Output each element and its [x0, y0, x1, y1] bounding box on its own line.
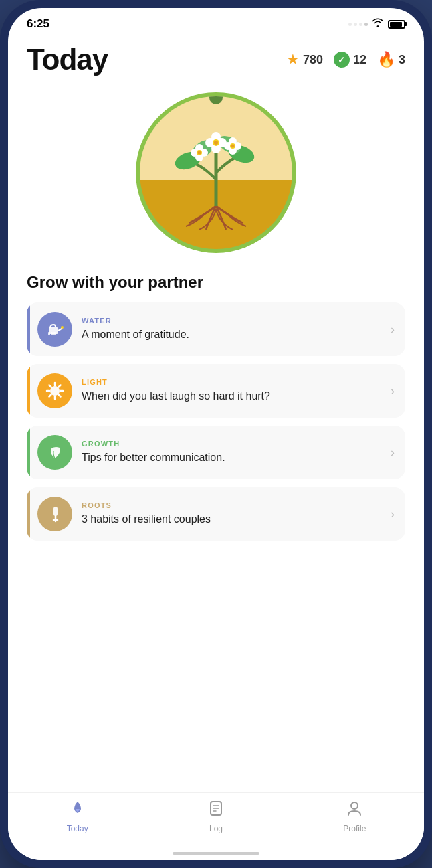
svg-point-26: [231, 145, 235, 148]
growth-card-icon-wrap: [37, 435, 72, 470]
checks-stat: ✓ 12: [334, 52, 366, 68]
light-category: LIGHT: [82, 378, 381, 386]
wifi-icon: [372, 18, 384, 30]
roots-card-body: ROOTS 3 habits of resilient couples: [82, 501, 381, 527]
svg-rect-31: [53, 332, 56, 335]
svg-line-38: [59, 395, 61, 397]
svg-line-39: [59, 385, 61, 387]
water-card-body: WATER A moment of gratitude.: [82, 317, 381, 342]
nav-today[interactable]: Today: [8, 800, 146, 833]
phone-frame: 6:25: [0, 0, 432, 868]
profile-nav-label: Profile: [343, 824, 366, 833]
growth-card-body: GROWTH Tips for better communication.: [82, 440, 381, 465]
light-card-body: LIGHT When did you last laugh so hard it…: [82, 378, 381, 404]
svg-point-48: [351, 802, 358, 809]
svg-point-19: [198, 151, 201, 155]
signal-icon: [348, 23, 368, 26]
growth-category: GROWTH: [82, 440, 381, 448]
nav-log[interactable]: Log: [146, 800, 285, 833]
growth-text: Tips for better communication.: [82, 450, 381, 465]
check-icon: ✓: [334, 52, 350, 68]
status-icons: [348, 18, 405, 30]
checks-value: 12: [353, 53, 366, 67]
plant-circle-dot: [209, 92, 223, 104]
growth-chevron-icon: ›: [391, 446, 395, 460]
star-icon: ★: [286, 51, 300, 68]
light-text: When did you last laugh so hard it hurt?: [82, 389, 381, 404]
water-text: A moment of gratitude.: [82, 327, 381, 342]
flame-icon: 🔥: [377, 51, 395, 68]
main-content: Today ★ 780 ✓ 12 🔥 3: [8, 36, 424, 792]
home-indicator: [8, 847, 424, 860]
leaf-icon: [45, 442, 65, 462]
streak-value: 3: [399, 53, 405, 67]
light-card[interactable]: LIGHT When did you last laugh so hard it…: [27, 364, 405, 418]
svg-rect-30: [51, 332, 53, 335]
stars-stat: ★ 780: [286, 51, 323, 68]
stars-value: 780: [303, 53, 323, 67]
page-header: Today ★ 780 ✓ 12 🔥 3: [27, 43, 405, 76]
plant-illustration: [27, 92, 405, 253]
status-bar: 6:25: [8, 8, 424, 36]
shovel-icon: [45, 504, 65, 524]
svg-point-28: [61, 326, 64, 329]
sun-icon: [45, 381, 65, 401]
roots-category: ROOTS: [82, 501, 381, 509]
status-time: 6:25: [27, 17, 49, 31]
streak-stat: 🔥 3: [377, 51, 405, 68]
light-card-icon-wrap: [37, 373, 72, 408]
growth-card[interactable]: GROWTH Tips for better communication. ›: [27, 426, 405, 479]
roots-card[interactable]: ROOTS 3 habits of resilient couples ›: [27, 487, 405, 541]
page-title: Today: [27, 43, 108, 76]
home-bar: [173, 852, 259, 855]
svg-rect-41: [53, 507, 58, 516]
watering-can-icon: [45, 319, 65, 339]
svg-rect-29: [48, 332, 50, 335]
nav-profile[interactable]: Profile: [286, 800, 424, 833]
log-nav-icon: [207, 800, 225, 821]
today-nav-label: Today: [67, 824, 88, 833]
svg-line-37: [49, 385, 51, 387]
svg-line-40: [49, 395, 51, 397]
section-title: Grow with your partner: [27, 273, 405, 292]
plant-svg: [156, 106, 276, 240]
header-stats: ★ 780 ✓ 12 🔥 3: [286, 51, 405, 68]
roots-text: 3 habits of resilient couples: [82, 512, 381, 527]
bottom-nav: Today Log: [8, 792, 424, 847]
log-nav-label: Log: [209, 824, 223, 833]
battery-icon: [388, 20, 405, 29]
cards-list: WATER A moment of gratitude. ›: [27, 302, 405, 554]
water-card[interactable]: WATER A moment of gratitude. ›: [27, 302, 405, 356]
water-category: WATER: [82, 317, 381, 325]
plant-circle: [136, 92, 296, 253]
light-chevron-icon: ›: [391, 384, 395, 398]
water-chevron-icon: ›: [391, 323, 395, 337]
today-nav-icon: [69, 800, 86, 821]
roots-card-icon-wrap: [37, 497, 72, 531]
roots-chevron-icon: ›: [391, 507, 395, 521]
phone-screen: 6:25: [8, 8, 424, 860]
water-card-icon-wrap: [37, 312, 72, 347]
profile-nav-icon: [346, 800, 363, 821]
svg-point-12: [214, 141, 218, 145]
